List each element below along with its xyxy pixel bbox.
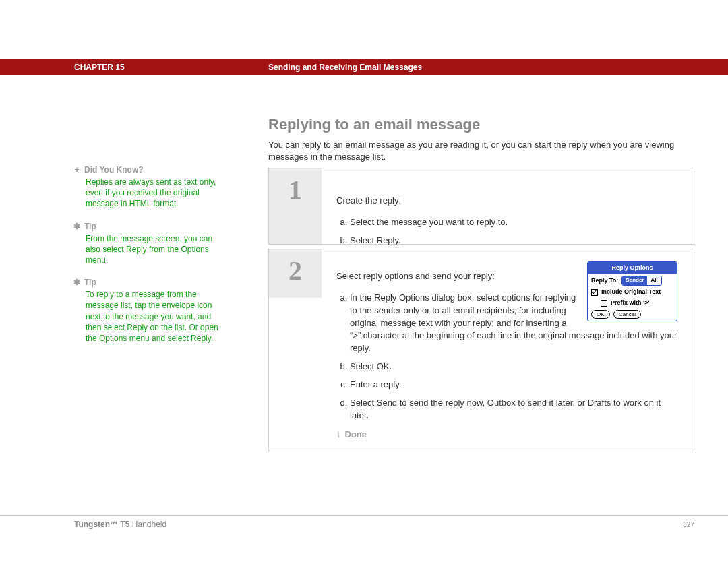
step-2-number: 2 [269, 249, 322, 286]
reply-to-label: Reply To: [591, 276, 618, 285]
step-1-frame: 1 Create the reply: Select the message y… [268, 168, 694, 245]
product-name: Tungsten™ T5 Handheld [74, 520, 166, 529]
sidebar-item-title: Did You Know? [84, 165, 144, 175]
sidebar-item-body: To reply to a message from the message l… [86, 289, 227, 344]
step-2-d: Select Send to send the reply now, Outbo… [350, 397, 677, 423]
plus-icon: + [72, 165, 82, 175]
step-1-lead: Create the reply: [336, 195, 677, 208]
chapter-header-bar: CHAPTER 15 Sending and Receiving Email M… [0, 59, 728, 75]
ok-button[interactable]: OK [591, 310, 610, 319]
reply-to-segmented[interactable]: SenderAll [621, 276, 661, 286]
prefix-label: Prefix with '>' [611, 299, 650, 307]
reply-to-sender[interactable]: Sender [622, 276, 647, 285]
sidebar-item-title: Tip [84, 222, 96, 231]
done-label: Done [345, 429, 367, 439]
sidebar-item-body: From the message screen, you can also se… [86, 233, 227, 266]
intro-paragraph: You can reply to an email message as you… [268, 139, 693, 162]
step-2-b: Select OK. [350, 361, 677, 373]
reply-options-dialog: Reply Options Reply To: SenderAll Includ… [587, 261, 677, 321]
step-2-c: Enter a reply. [350, 379, 677, 392]
page-number: 327 [683, 521, 694, 528]
include-original-checkbox[interactable] [591, 289, 598, 296]
sidebar-tip-2: ✱Tip To reply to a message from the mess… [72, 278, 227, 344]
step-1-number: 1 [269, 168, 322, 206]
steps-container: 1 Create the reply: Select the message y… [268, 168, 694, 451]
sidebar-did-you-know: +Did You Know? Replies are always sent a… [72, 165, 227, 210]
asterisk-icon: ✱ [72, 222, 82, 231]
product-rest: Handheld [129, 520, 166, 529]
step-1-b: Select Reply. [350, 235, 677, 247]
sidebar-item-body: Replies are always sent as text only, ev… [86, 177, 227, 210]
dialog-title: Reply Options [588, 262, 677, 274]
step-number-box: 1 [269, 168, 322, 244]
section-title: Sending and Receiving Email Messages [268, 63, 422, 72]
step-number-box: 2 [269, 249, 322, 298]
page-title: Replying to an email message [268, 116, 693, 133]
sidebar-item-title: Tip [84, 278, 96, 287]
down-arrow-icon: ↓ [336, 429, 341, 441]
reply-to-all[interactable]: All [647, 276, 661, 285]
page-footer: Tungsten™ T5 Handheld 327 [0, 515, 728, 516]
chapter-label: CHAPTER 15 [74, 63, 125, 72]
done-row: ↓Done [336, 429, 677, 441]
step-2-frame: 2 Reply Options Reply To: SenderAll [268, 249, 694, 451]
cancel-button[interactable]: Cancel [613, 310, 641, 319]
prefix-checkbox[interactable] [601, 300, 607, 307]
sidebar-tip-1: ✱Tip From the message screen, you can al… [72, 222, 227, 266]
sidebar: +Did You Know? Replies are always sent a… [72, 165, 227, 356]
include-original-label: Include Original Text [601, 288, 661, 296]
asterisk-icon: ✱ [72, 278, 82, 287]
product-bold: Tungsten™ T5 [74, 520, 129, 529]
step-1-a: Select the message you want to reply to. [350, 216, 677, 229]
